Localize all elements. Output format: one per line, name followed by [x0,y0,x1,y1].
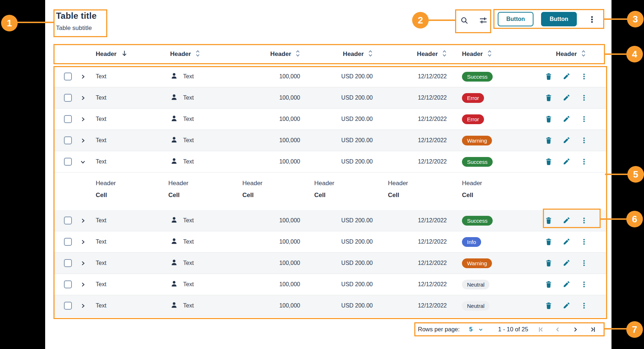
cell-date: 12/12/2022 [373,260,447,266]
table-row: TextText100,000USD 200.0012/12/2022Warni… [53,130,607,151]
expand-row-chevron-right-icon[interactable] [79,116,86,122]
table-component-canvas: Table title Table subtitle Button Button… [45,0,611,349]
row-checkbox[interactable] [64,217,72,224]
delete-icon[interactable] [545,302,553,310]
user-label: Text [183,302,194,309]
delete-icon[interactable] [545,136,553,144]
row-checkbox[interactable] [64,259,72,267]
cell-number: 100,000 [247,302,300,309]
expand-row-chevron-right-icon[interactable] [79,302,86,309]
overflow-menu-icon[interactable] [588,15,596,24]
row-overflow-icon[interactable] [580,136,588,144]
cell-amount: USD 200.00 [300,116,373,122]
delete-icon[interactable] [545,115,553,123]
cell-status: Neutral [447,280,511,289]
cell-actions [511,238,607,246]
pagination-bar: Rows per page: 5 1 - 10 of 25 [414,322,605,336]
expand-row-chevron-right-icon[interactable] [79,137,86,144]
delete-icon[interactable] [545,94,553,102]
sort-descending-icon [121,50,128,58]
status-badge: Info [462,237,481,247]
delete-icon[interactable] [545,280,553,288]
edit-icon[interactable] [562,73,570,80]
row-checkbox[interactable] [64,94,72,102]
row-checkbox[interactable] [64,158,72,166]
edit-icon[interactable] [562,136,570,144]
row-overflow-icon[interactable] [580,302,588,310]
cell-checkbox [53,302,76,310]
expand-row-chevron-right-icon[interactable] [79,95,86,101]
previous-page-icon[interactable] [554,322,562,336]
cell-checkbox [53,136,76,144]
row-checkbox[interactable] [64,302,72,310]
chevron-down-icon[interactable] [478,322,484,336]
last-page-icon[interactable] [589,322,597,336]
column-sort-control[interactable]: Header [556,49,586,59]
cell-actions [511,158,607,166]
edit-icon[interactable] [562,94,570,102]
row-overflow-icon[interactable] [580,280,588,288]
user-label: Text [183,116,194,122]
row-overflow-icon[interactable] [580,73,588,80]
person-icon [170,157,178,166]
expand-row-chevron-right-icon[interactable] [79,239,86,245]
detail-column: HeaderCell [388,180,408,199]
column-sort-control[interactable]: Header [417,49,447,59]
cell-amount: USD 200.00 [300,217,373,224]
table-row: TextText100,000USD 200.0012/12/2022Error [53,87,607,109]
cell-text: Text [90,73,168,80]
row-overflow-icon[interactable] [580,94,588,102]
cell-expand [76,73,90,80]
status-badge: Error [462,93,484,103]
row-overflow-icon[interactable] [580,217,588,224]
collapse-row-chevron-down-icon[interactable] [79,158,86,165]
column-sort-control[interactable]: Header [343,49,373,59]
edit-icon[interactable] [562,217,570,224]
edit-icon[interactable] [562,280,570,288]
search-icon[interactable] [460,16,469,25]
cell-checkbox [53,259,76,267]
delete-icon[interactable] [545,73,553,80]
row-overflow-icon[interactable] [580,238,588,246]
edit-icon[interactable] [562,259,570,267]
delete-icon[interactable] [545,238,553,246]
expand-row-chevron-right-icon[interactable] [79,281,86,288]
delete-icon[interactable] [545,259,553,267]
column-sort-control[interactable]: Header [270,49,300,59]
delete-icon[interactable] [545,217,553,224]
expand-row-chevron-right-icon[interactable] [79,260,86,266]
row-checkbox[interactable] [64,280,72,288]
user-label: Text [183,137,194,144]
first-page-icon[interactable] [537,322,545,336]
row-overflow-icon[interactable] [580,259,588,267]
cell-expand [76,281,90,288]
cell-date: 12/12/2022 [373,158,447,165]
primary-button[interactable]: Button [541,12,577,26]
detail-header: Header [242,180,263,187]
detail-header: Header [462,180,482,187]
settings-adjust-icon[interactable] [479,16,488,25]
rows-per-page-select[interactable]: 5 [469,322,472,336]
row-checkbox[interactable] [64,115,72,123]
row-overflow-icon[interactable] [580,115,588,123]
next-page-icon[interactable] [571,322,579,336]
edit-icon[interactable] [562,238,570,246]
column-header-label: Header [417,51,438,58]
column-sort-control[interactable]: Header [96,50,128,58]
row-checkbox[interactable] [64,73,72,80]
edit-icon[interactable] [562,158,570,166]
cell-actions [511,217,607,224]
expand-row-chevron-right-icon[interactable] [79,217,86,224]
secondary-button[interactable]: Button [498,12,533,26]
cell-actions [511,302,607,310]
column-sort-control[interactable]: Header [462,49,492,59]
edit-icon[interactable] [562,302,570,310]
row-checkbox[interactable] [64,238,72,246]
status-badge: Neutral [462,301,489,311]
edit-icon[interactable] [562,115,570,123]
expand-row-chevron-right-icon[interactable] [79,73,86,80]
column-sort-control[interactable]: Header [170,49,200,59]
row-overflow-icon[interactable] [580,158,588,166]
row-checkbox[interactable] [64,136,72,144]
delete-icon[interactable] [545,158,553,166]
